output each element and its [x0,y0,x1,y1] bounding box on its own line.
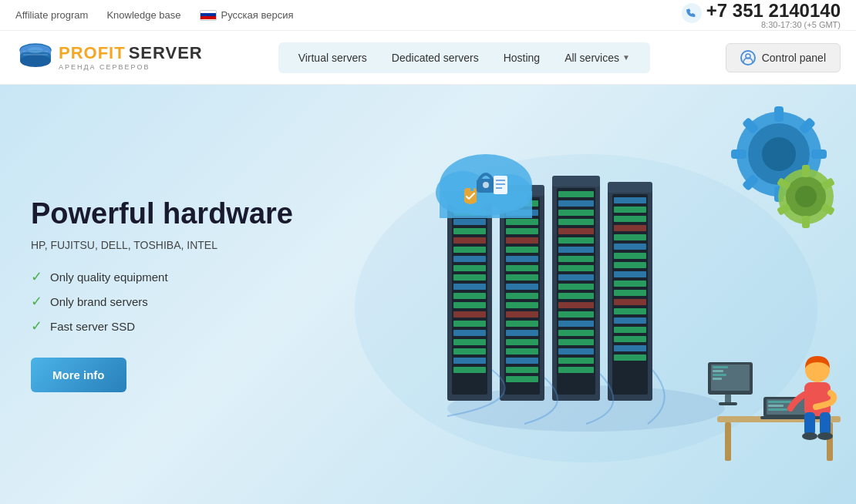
svg-rect-80 [608,188,652,401]
nav-virtual-servers[interactable]: Virtual servers [286,47,379,69]
svg-rect-137 [767,399,814,415]
svg-rect-56 [500,185,544,196]
svg-rect-120 [731,150,746,159]
svg-rect-146 [713,374,726,376]
logo-subtitle: АРЕНДА СЕРВЕРОВ [59,63,203,71]
ru-flag-icon [200,10,217,21]
svg-rect-96 [614,327,646,333]
logo[interactable]: PROFIT SERVER АРЕНДА СЕРВЕРОВ [15,38,203,78]
svg-rect-151 [804,382,831,416]
svg-rect-140 [768,408,787,411]
svg-rect-148 [725,395,731,404]
svg-rect-95 [614,318,646,324]
svg-rect-83 [614,207,646,213]
hero-illustration [293,85,856,504]
svg-rect-54 [506,367,538,373]
knowledge-base-link[interactable]: Knowledge base [106,9,180,21]
svg-rect-97 [614,336,646,342]
svg-rect-116 [811,150,827,159]
svg-point-102 [436,171,490,214]
svg-point-9 [28,47,43,53]
svg-rect-37 [506,210,538,216]
svg-rect-117 [798,173,816,191]
svg-rect-129 [802,216,810,228]
svg-rect-90 [614,271,646,277]
hero-title: Powerful hardware [31,197,293,232]
control-panel-label: Control panel [762,52,826,64]
svg-point-150 [805,358,830,382]
svg-rect-153 [820,412,831,435]
nav-hosting[interactable]: Hosting [491,47,552,69]
svg-point-103 [486,174,532,211]
affiliate-program-link[interactable]: Affiliate program [15,9,88,21]
svg-rect-94 [614,308,646,314]
svg-rect-100 [608,182,652,193]
svg-rect-52 [506,348,538,354]
feature-item-2: ✓ Only brand servers [31,293,293,310]
svg-rect-66 [558,256,594,262]
feature-item-1: ✓ Only quality equipment [31,268,293,285]
hero-features: ✓ Only quality equipment ✓ Only brand se… [31,268,293,334]
svg-rect-61 [558,210,594,216]
svg-rect-141 [760,416,821,419]
svg-rect-98 [614,345,646,351]
user-icon [740,50,756,66]
more-info-button[interactable]: More info [31,358,126,392]
svg-rect-48 [506,311,538,318]
svg-rect-138 [768,401,791,403]
svg-rect-87 [614,244,646,250]
svg-rect-74 [558,330,594,336]
svg-rect-19 [453,247,486,253]
phone-block: +7 351 2140140 8:30-17:30 (+5 GMT) [706,2,841,29]
svg-rect-135 [827,422,833,461]
svg-rect-147 [713,378,722,380]
phone-icon [682,3,702,28]
svg-rect-133 [717,416,841,422]
control-panel-button[interactable]: Control panel [726,43,841,72]
logo-icon [15,38,56,78]
hero-scene-svg [293,85,856,504]
nav-all-services[interactable]: All services ▼ [552,47,642,69]
svg-rect-68 [558,274,594,281]
svg-rect-85 [614,225,646,231]
svg-rect-149 [719,402,737,405]
svg-rect-30 [453,348,486,354]
svg-rect-29 [453,339,486,345]
svg-rect-36 [506,200,538,207]
svg-rect-115 [798,117,816,135]
svg-point-101 [440,154,532,216]
language-switcher[interactable]: Русская версия [200,9,294,21]
svg-rect-64 [558,237,594,244]
svg-rect-127 [821,177,835,190]
svg-rect-38 [506,219,538,225]
svg-rect-142 [708,362,753,395]
svg-rect-143 [711,365,750,391]
nav-dedicated-servers[interactable]: Dedicated servers [379,47,491,69]
svg-rect-86 [614,234,646,240]
svg-rect-152 [804,412,815,435]
svg-rect-23 [453,284,486,290]
svg-point-113 [762,137,796,171]
svg-rect-16 [453,219,486,225]
svg-point-6 [20,55,51,67]
svg-point-11 [355,154,817,462]
svg-rect-114 [774,106,784,122]
svg-point-0 [682,3,702,23]
feature-label-3: Fast server SSD [50,320,135,333]
svg-rect-72 [558,311,594,318]
check-icon-3: ✓ [31,318,42,334]
svg-rect-69 [558,284,594,290]
svg-rect-46 [506,293,538,299]
hero-subtitle: HP, FUJITSU, DELL, TOSHIBA, INTEL [31,239,293,251]
svg-rect-50 [506,330,538,336]
svg-rect-70 [558,293,594,299]
svg-rect-75 [558,339,594,345]
svg-rect-121 [742,117,760,135]
svg-rect-20 [453,256,486,262]
svg-rect-145 [713,370,723,372]
phone-area: +7 351 2140140 8:30-17:30 (+5 GMT) [682,2,841,29]
svg-rect-76 [558,348,594,354]
svg-rect-89 [614,262,646,268]
svg-rect-35 [504,197,540,395]
svg-rect-139 [768,405,784,407]
